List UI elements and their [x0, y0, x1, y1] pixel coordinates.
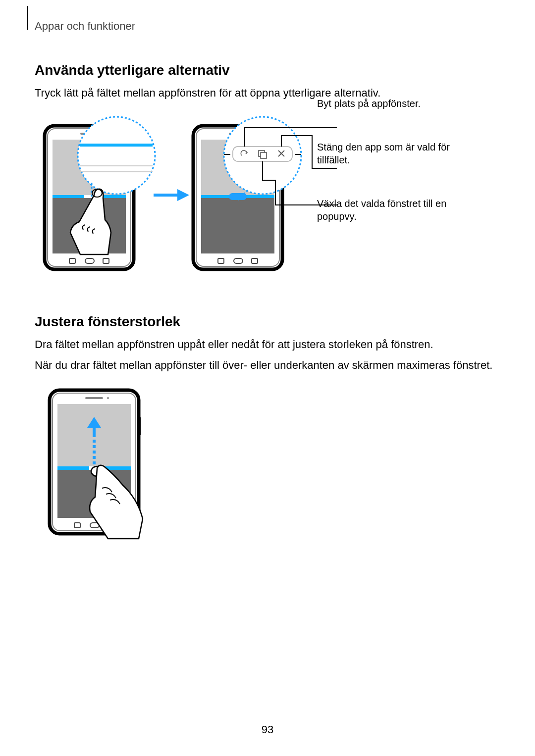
- callout-popup: Växla det valda fönstret till en popupvy…: [317, 197, 456, 223]
- svg-point-12: [78, 117, 155, 194]
- svg-marker-19: [177, 189, 189, 201]
- svg-rect-15: [80, 171, 153, 172]
- page-header: Appar och funktioner: [35, 20, 500, 33]
- svg-rect-13: [80, 144, 153, 147]
- illustration-resize: [35, 385, 163, 549]
- section1-title: Använda ytterligare alternativ: [35, 62, 500, 78]
- callout-close: Stäng den app som är vald för tillfället…: [317, 141, 456, 166]
- section2-title: Justera fönsterstorlek: [35, 314, 500, 330]
- svg-rect-14: [80, 165, 153, 166]
- section2-body2: När du drar fältet mellan appfönster til…: [35, 357, 500, 373]
- svg-point-44: [107, 397, 109, 399]
- callout-swap: Byt plats på appfönster.: [317, 97, 456, 110]
- svg-rect-35: [261, 152, 267, 158]
- svg-rect-43: [85, 397, 103, 399]
- figure-resize: [35, 385, 500, 549]
- section2-body1: Dra fältet mellan appfönstren uppåt elle…: [35, 337, 500, 353]
- svg-rect-25: [201, 197, 274, 253]
- page-number: 93: [0, 723, 535, 736]
- svg-rect-53: [139, 417, 141, 435]
